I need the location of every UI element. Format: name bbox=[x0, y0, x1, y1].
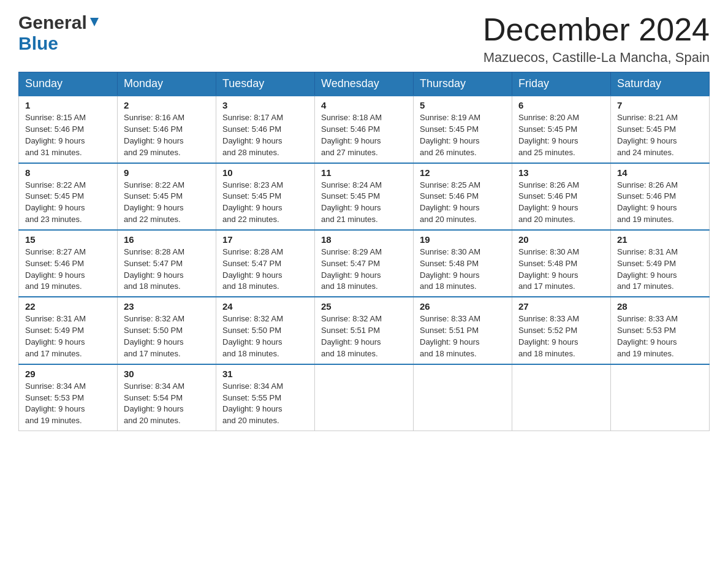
calendar-day-cell: 29 Sunrise: 8:34 AMSunset: 5:53 PMDaylig… bbox=[19, 364, 118, 431]
day-info: Sunrise: 8:26 AMSunset: 5:46 PMDaylight:… bbox=[617, 180, 678, 224]
day-info: Sunrise: 8:34 AMSunset: 5:55 PMDaylight:… bbox=[222, 381, 283, 426]
calendar-day-cell: 11 Sunrise: 8:24 AMSunset: 5:45 PMDaylig… bbox=[315, 163, 414, 230]
day-info: Sunrise: 8:32 AMSunset: 5:50 PMDaylight:… bbox=[124, 314, 184, 358]
logo-arrow-icon bbox=[89, 17, 100, 30]
calendar-week-row: 8 Sunrise: 8:22 AMSunset: 5:45 PMDayligh… bbox=[19, 163, 710, 230]
day-number: 27 bbox=[518, 301, 604, 312]
day-number: 12 bbox=[420, 167, 506, 178]
calendar-day-cell: 19 Sunrise: 8:30 AMSunset: 5:48 PMDaylig… bbox=[414, 230, 512, 297]
day-info: Sunrise: 8:25 AMSunset: 5:46 PMDaylight:… bbox=[420, 180, 480, 224]
day-info: Sunrise: 8:31 AMSunset: 5:49 PMDaylight:… bbox=[25, 314, 86, 358]
logo: General Blue bbox=[18, 12, 100, 54]
calendar-day-cell: 23 Sunrise: 8:32 AMSunset: 5:50 PMDaylig… bbox=[118, 297, 216, 364]
calendar-day-cell: 1 Sunrise: 8:15 AMSunset: 5:46 PMDayligh… bbox=[19, 96, 118, 163]
calendar-day-cell: 27 Sunrise: 8:33 AMSunset: 5:52 PMDaylig… bbox=[512, 297, 611, 364]
day-info: Sunrise: 8:18 AMSunset: 5:46 PMDaylight:… bbox=[321, 113, 382, 157]
svg-marker-0 bbox=[90, 18, 99, 26]
day-number: 7 bbox=[617, 100, 703, 110]
day-number: 28 bbox=[617, 301, 703, 312]
calendar-day-cell: 9 Sunrise: 8:22 AMSunset: 5:45 PMDayligh… bbox=[118, 163, 216, 230]
calendar-day-cell: 20 Sunrise: 8:30 AMSunset: 5:48 PMDaylig… bbox=[512, 230, 611, 297]
calendar-day-cell bbox=[315, 364, 414, 431]
day-info: Sunrise: 8:34 AMSunset: 5:53 PMDaylight:… bbox=[25, 381, 86, 426]
day-number: 30 bbox=[124, 369, 210, 379]
day-info: Sunrise: 8:16 AMSunset: 5:46 PMDaylight:… bbox=[124, 113, 184, 157]
day-info: Sunrise: 8:34 AMSunset: 5:54 PMDaylight:… bbox=[124, 381, 184, 426]
calendar-day-cell bbox=[512, 364, 611, 431]
day-info: Sunrise: 8:19 AMSunset: 5:45 PMDaylight:… bbox=[420, 113, 480, 157]
day-info: Sunrise: 8:31 AMSunset: 5:49 PMDaylight:… bbox=[617, 247, 678, 291]
calendar-day-cell: 14 Sunrise: 8:26 AMSunset: 5:46 PMDaylig… bbox=[611, 163, 710, 230]
calendar-week-row: 1 Sunrise: 8:15 AMSunset: 5:46 PMDayligh… bbox=[19, 96, 710, 163]
day-info: Sunrise: 8:20 AMSunset: 5:45 PMDaylight:… bbox=[518, 113, 579, 157]
day-number: 31 bbox=[222, 369, 308, 379]
calendar-day-cell: 4 Sunrise: 8:18 AMSunset: 5:46 PMDayligh… bbox=[315, 96, 414, 163]
calendar-day-cell: 6 Sunrise: 8:20 AMSunset: 5:45 PMDayligh… bbox=[512, 96, 611, 163]
day-info: Sunrise: 8:27 AMSunset: 5:46 PMDaylight:… bbox=[25, 247, 86, 291]
calendar-day-cell bbox=[611, 364, 710, 431]
month-title: December 2024 bbox=[483, 12, 710, 47]
calendar-day-cell: 16 Sunrise: 8:28 AMSunset: 5:47 PMDaylig… bbox=[118, 230, 216, 297]
weekday-header-row: SundayMondayTuesdayWednesdayThursdayFrid… bbox=[19, 72, 710, 96]
day-number: 1 bbox=[25, 100, 111, 110]
day-number: 22 bbox=[25, 301, 111, 312]
weekday-header-wednesday: Wednesday bbox=[315, 72, 414, 96]
logo-general-text: General bbox=[18, 12, 87, 33]
day-info: Sunrise: 8:33 AMSunset: 5:53 PMDaylight:… bbox=[617, 314, 678, 358]
calendar-day-cell: 15 Sunrise: 8:27 AMSunset: 5:46 PMDaylig… bbox=[19, 230, 118, 297]
day-info: Sunrise: 8:21 AMSunset: 5:45 PMDaylight:… bbox=[617, 113, 678, 157]
day-number: 23 bbox=[124, 301, 210, 312]
day-info: Sunrise: 8:30 AMSunset: 5:48 PMDaylight:… bbox=[518, 247, 579, 291]
calendar-day-cell: 8 Sunrise: 8:22 AMSunset: 5:45 PMDayligh… bbox=[19, 163, 118, 230]
day-number: 10 bbox=[222, 167, 308, 178]
day-number: 5 bbox=[420, 100, 506, 110]
weekday-header-friday: Friday bbox=[512, 72, 611, 96]
day-info: Sunrise: 8:30 AMSunset: 5:48 PMDaylight:… bbox=[420, 247, 480, 291]
day-number: 14 bbox=[617, 167, 703, 178]
calendar-day-cell: 25 Sunrise: 8:32 AMSunset: 5:51 PMDaylig… bbox=[315, 297, 414, 364]
day-number: 24 bbox=[222, 301, 308, 312]
day-info: Sunrise: 8:17 AMSunset: 5:46 PMDaylight:… bbox=[222, 113, 283, 157]
calendar-day-cell: 26 Sunrise: 8:33 AMSunset: 5:51 PMDaylig… bbox=[414, 297, 512, 364]
logo-blue-text: Blue bbox=[18, 33, 58, 53]
day-number: 18 bbox=[321, 234, 407, 245]
calendar-table: SundayMondayTuesdayWednesdayThursdayFrid… bbox=[18, 72, 710, 431]
weekday-header-monday: Monday bbox=[118, 72, 216, 96]
day-info: Sunrise: 8:29 AMSunset: 5:47 PMDaylight:… bbox=[321, 247, 382, 291]
day-number: 16 bbox=[124, 234, 210, 245]
calendar-day-cell: 5 Sunrise: 8:19 AMSunset: 5:45 PMDayligh… bbox=[414, 96, 512, 163]
day-info: Sunrise: 8:22 AMSunset: 5:45 PMDaylight:… bbox=[124, 180, 184, 224]
title-block: December 2024 Mazuecos, Castille-La Manc… bbox=[483, 12, 710, 66]
calendar-week-row: 22 Sunrise: 8:31 AMSunset: 5:49 PMDaylig… bbox=[19, 297, 710, 364]
calendar-day-cell: 22 Sunrise: 8:31 AMSunset: 5:49 PMDaylig… bbox=[19, 297, 118, 364]
day-number: 26 bbox=[420, 301, 506, 312]
day-number: 17 bbox=[222, 234, 308, 245]
page-header: General Blue December 2024 Mazuecos, Cas… bbox=[18, 12, 710, 66]
calendar-day-cell: 28 Sunrise: 8:33 AMSunset: 5:53 PMDaylig… bbox=[611, 297, 710, 364]
day-info: Sunrise: 8:28 AMSunset: 5:47 PMDaylight:… bbox=[222, 247, 283, 291]
day-info: Sunrise: 8:24 AMSunset: 5:45 PMDaylight:… bbox=[321, 180, 382, 224]
day-info: Sunrise: 8:32 AMSunset: 5:50 PMDaylight:… bbox=[222, 314, 283, 358]
calendar-week-row: 29 Sunrise: 8:34 AMSunset: 5:53 PMDaylig… bbox=[19, 364, 710, 431]
day-info: Sunrise: 8:22 AMSunset: 5:45 PMDaylight:… bbox=[25, 180, 86, 224]
day-number: 3 bbox=[222, 100, 308, 110]
day-number: 11 bbox=[321, 167, 407, 178]
day-info: Sunrise: 8:32 AMSunset: 5:51 PMDaylight:… bbox=[321, 314, 382, 358]
calendar-day-cell: 18 Sunrise: 8:29 AMSunset: 5:47 PMDaylig… bbox=[315, 230, 414, 297]
day-info: Sunrise: 8:33 AMSunset: 5:52 PMDaylight:… bbox=[518, 314, 579, 358]
day-info: Sunrise: 8:26 AMSunset: 5:46 PMDaylight:… bbox=[518, 180, 579, 224]
weekday-header-sunday: Sunday bbox=[19, 72, 118, 96]
calendar-day-cell: 17 Sunrise: 8:28 AMSunset: 5:47 PMDaylig… bbox=[216, 230, 315, 297]
day-number: 9 bbox=[124, 167, 210, 178]
calendar-day-cell: 2 Sunrise: 8:16 AMSunset: 5:46 PMDayligh… bbox=[118, 96, 216, 163]
day-info: Sunrise: 8:15 AMSunset: 5:46 PMDaylight:… bbox=[25, 113, 86, 157]
calendar-day-cell: 13 Sunrise: 8:26 AMSunset: 5:46 PMDaylig… bbox=[512, 163, 611, 230]
day-number: 2 bbox=[124, 100, 210, 110]
calendar-day-cell: 7 Sunrise: 8:21 AMSunset: 5:45 PMDayligh… bbox=[611, 96, 710, 163]
weekday-header-saturday: Saturday bbox=[611, 72, 710, 96]
calendar-day-cell: 21 Sunrise: 8:31 AMSunset: 5:49 PMDaylig… bbox=[611, 230, 710, 297]
calendar-day-cell: 24 Sunrise: 8:32 AMSunset: 5:50 PMDaylig… bbox=[216, 297, 315, 364]
calendar-day-cell: 10 Sunrise: 8:23 AMSunset: 5:45 PMDaylig… bbox=[216, 163, 315, 230]
weekday-header-tuesday: Tuesday bbox=[216, 72, 315, 96]
day-number: 13 bbox=[518, 167, 604, 178]
